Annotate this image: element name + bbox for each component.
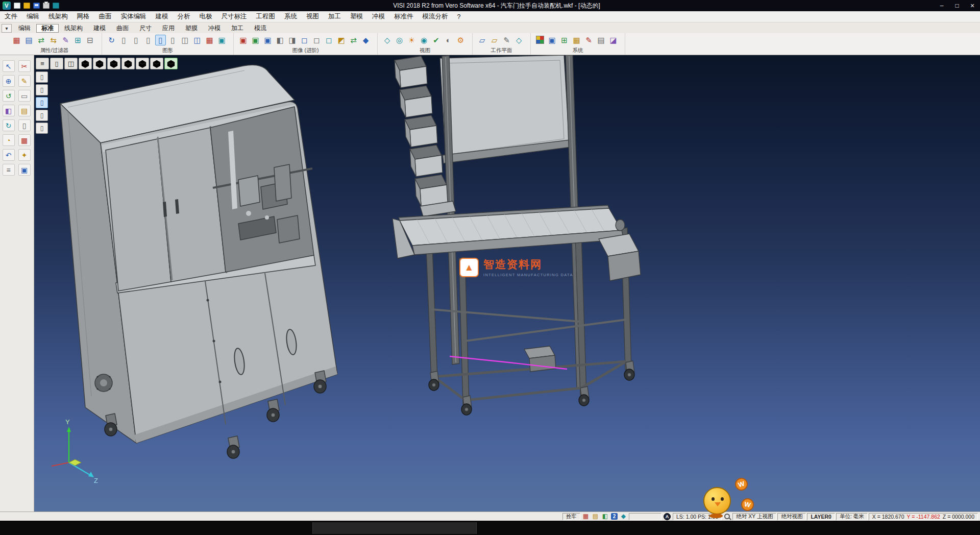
- wireframe-view-icon[interactable]: [382, 35, 393, 45]
- edit-attributes-icon[interactable]: [60, 35, 71, 45]
- tab-standard[interactable]: 标准: [36, 24, 59, 33]
- viewport-3d[interactable]: 智造资料网 INTELLIGENT MANUFACTURING DATA Y Z: [34, 55, 980, 512]
- print-icon[interactable]: [43, 3, 50, 9]
- display-list-button-2[interactable]: [36, 84, 48, 95]
- image-red-icon[interactable]: [238, 35, 249, 45]
- property-table-icon[interactable]: [23, 35, 34, 45]
- tab-mould[interactable]: 塑膜: [180, 24, 203, 33]
- tab-wireframe[interactable]: 线架构: [59, 24, 88, 33]
- window-pair-icon-2[interactable]: [192, 35, 203, 45]
- favorite-star-icon[interactable]: [18, 149, 31, 161]
- system-add-icon[interactable]: [559, 35, 570, 45]
- select-cursor-icon[interactable]: [3, 60, 15, 72]
- buffer-icon-2[interactable]: [311, 35, 322, 45]
- pin-toggle[interactable]: 拴牢: [562, 513, 580, 520]
- taskbar-window-button[interactable]: [312, 522, 477, 534]
- regen-icon[interactable]: [3, 119, 15, 131]
- render-grid-icon[interactable]: [204, 35, 215, 45]
- menu-drawing[interactable]: 工程图: [252, 11, 280, 22]
- monitor-icon[interactable]: [18, 164, 31, 176]
- workplane-alt-icon[interactable]: [489, 35, 500, 45]
- system-monitor-icon[interactable]: [547, 35, 557, 45]
- tab-surface[interactable]: 曲面: [111, 24, 134, 33]
- plot-icon[interactable]: [53, 3, 59, 9]
- menu-surface[interactable]: 曲面: [94, 11, 116, 22]
- shaded-view-icon[interactable]: [155, 35, 166, 45]
- display-list-button-1[interactable]: [36, 71, 48, 83]
- iso-view-button-3[interactable]: [107, 58, 120, 69]
- history-clock-icon[interactable]: [3, 134, 15, 146]
- close-button[interactable]: ×: [965, 0, 980, 11]
- split-left-icon[interactable]: [275, 35, 285, 45]
- display-list-button-5[interactable]: [36, 123, 48, 134]
- tab-modeling[interactable]: 建模: [88, 24, 111, 33]
- gem-display-icon[interactable]: [360, 35, 371, 45]
- absolute-view-readout[interactable]: 绝对视图: [777, 513, 806, 520]
- half-shade-icon[interactable]: [3, 105, 15, 116]
- menu-help[interactable]: ?: [453, 11, 465, 22]
- edit-pencil-icon[interactable]: [18, 75, 31, 87]
- workplane-free-icon[interactable]: [513, 35, 524, 45]
- tab-application[interactable]: 应用: [157, 24, 180, 33]
- snap-grid-icon[interactable]: [582, 513, 590, 520]
- fill-status-icon[interactable]: [601, 513, 609, 520]
- tab-progress[interactable]: 冲模: [203, 24, 226, 33]
- machine-conveyor-cart[interactable]: [393, 55, 641, 415]
- shading-icon[interactable]: [443, 35, 454, 45]
- wcs-status-icon[interactable]: [620, 513, 627, 520]
- system-table-icon[interactable]: [596, 35, 606, 45]
- visi-logo-icon[interactable]: V: [3, 2, 11, 10]
- iso-view-button-1[interactable]: [79, 58, 92, 69]
- menu-file[interactable]: 文件: [0, 11, 22, 22]
- graphics-page-icon-3[interactable]: [143, 35, 154, 45]
- toolbar-dropdown-button[interactable]: ▾: [2, 24, 12, 33]
- tab-machining[interactable]: 加工: [226, 24, 249, 33]
- layer-list-icon[interactable]: [3, 164, 15, 176]
- maximize-button[interactable]: □: [949, 0, 965, 11]
- remove-filter-icon[interactable]: [85, 35, 95, 45]
- sheet-icon[interactable]: [18, 119, 31, 131]
- view-window-button[interactable]: [50, 58, 63, 69]
- view-target-icon[interactable]: [394, 35, 405, 45]
- notebook-icon[interactable]: [18, 105, 31, 116]
- menu-edit[interactable]: 编辑: [22, 11, 44, 22]
- view-split-button[interactable]: [64, 58, 78, 69]
- redraw-icon[interactable]: [106, 35, 117, 45]
- filter-toggle-icon[interactable]: [36, 35, 46, 45]
- minimize-button[interactable]: –: [934, 0, 949, 11]
- workplane-edit-icon[interactable]: [501, 35, 512, 45]
- focus-view-icon[interactable]: [419, 35, 429, 45]
- menu-solid-edit[interactable]: 实体编辑: [116, 11, 151, 22]
- overlay-icon[interactable]: [336, 35, 347, 45]
- save-file-icon[interactable]: [33, 3, 40, 9]
- display-list-button-4[interactable]: [36, 110, 48, 121]
- system-edit-icon[interactable]: [583, 35, 594, 45]
- assistant-badge[interactable]: A: [664, 513, 671, 520]
- split-right-icon[interactable]: [287, 35, 298, 45]
- rotate-icon[interactable]: [3, 90, 15, 102]
- image-green-icon[interactable]: [250, 35, 261, 45]
- iso-view-button-2[interactable]: [93, 58, 106, 69]
- light-icon[interactable]: [406, 35, 417, 45]
- undo-arrow-icon[interactable]: [3, 149, 15, 161]
- machine-assembly-cabinet[interactable]: [60, 65, 337, 458]
- verify-view-icon[interactable]: [431, 35, 442, 45]
- trim-scissors-icon[interactable]: [18, 60, 31, 72]
- menu-progress[interactable]: 冲模: [368, 11, 389, 22]
- buffer-icon-3[interactable]: [324, 35, 334, 45]
- menu-modeling[interactable]: 建模: [151, 11, 173, 22]
- menu-view[interactable]: 视图: [302, 11, 324, 22]
- menu-dimension[interactable]: 尺寸标注: [217, 11, 252, 22]
- rectangle-icon[interactable]: [18, 90, 31, 102]
- add-filter-icon[interactable]: [72, 35, 83, 45]
- iso-view-button-5[interactable]: [136, 58, 149, 69]
- system-grid-icon[interactable]: [571, 35, 582, 45]
- menu-wireframe[interactable]: 线架构: [44, 11, 72, 22]
- screen-display-icon[interactable]: [216, 35, 227, 45]
- color-palette-icon[interactable]: [536, 36, 544, 44]
- attributes-palette-icon[interactable]: [11, 35, 22, 45]
- undo-count-badge[interactable]: 2: [611, 513, 618, 520]
- view-settings-gear-icon[interactable]: [455, 35, 466, 45]
- filter-invert-icon[interactable]: [48, 35, 59, 45]
- system-layer-icon[interactable]: [608, 35, 619, 45]
